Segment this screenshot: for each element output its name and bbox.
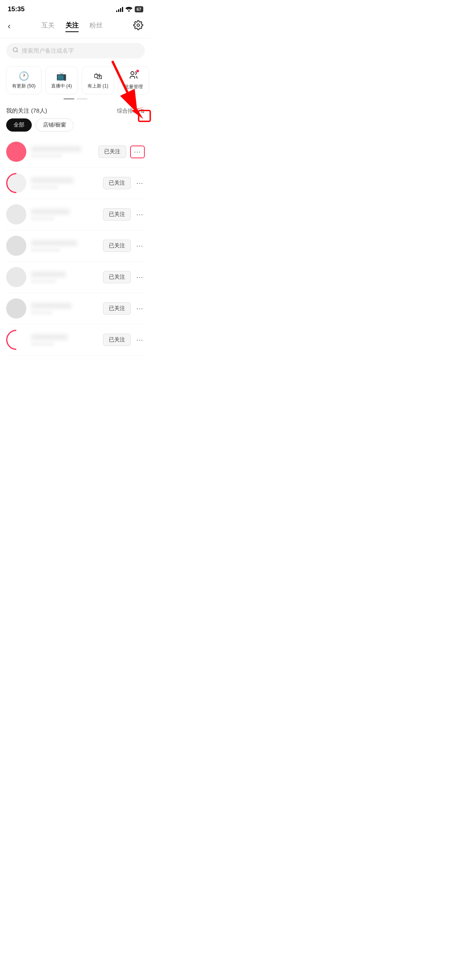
follow-list: 已关注 ··· 已关注 ··· [0,136,151,356]
sort-label: 综合排序 [117,108,139,115]
clock-icon: 🕐 [19,71,29,81]
search-bar[interactable]: 搜索用户备注或名字 [6,43,145,58]
svg-point-1 [137,24,140,27]
follow-actions: 已关注 ··· [98,146,145,158]
scroll-dot-active [63,98,74,99]
filter-pills: 🕐 有更新 (50) 📺 直播中 (4) 🛍 有上新 (1) 批量管理 [0,63,151,96]
filter-has-updates-label: 有更新 (50) [12,83,36,89]
follow-actions: 已关注 ··· [103,240,145,252]
follow-item: 已关注 ··· [6,199,145,230]
avatar [6,142,26,162]
follow-info [31,271,98,283]
search-icon [12,47,19,55]
status-bar: 15:35 67 [0,0,151,16]
follow-desc [31,154,62,158]
filter-batch-label: 批量管理 [124,84,143,90]
status-icons: 67 [116,6,143,13]
svg-line-3 [17,51,18,52]
follow-status-button[interactable]: 已关注 [103,208,131,221]
back-button[interactable]: ‹ [8,21,10,31]
follow-info [31,303,98,315]
follow-info [31,334,98,346]
follow-status-button[interactable]: 已关注 [98,146,126,158]
follow-actions: 已关注 ··· [103,177,145,189]
follow-info [31,177,98,189]
sort-icon: ⇅ [140,108,145,114]
status-time: 15:35 [8,5,24,13]
signal-icon [116,7,123,12]
more-options-button[interactable]: ··· [135,303,145,314]
bag-icon: 🛍 [94,71,102,81]
follow-info [31,146,94,158]
svg-point-2 [13,48,17,52]
avatar [6,267,26,287]
filter-live-label: 直播中 (4) [51,83,72,89]
follow-info [31,209,98,221]
battery-icon: 67 [135,6,143,12]
follow-item: 已关注 ··· [6,230,145,262]
tab-fans[interactable]: 粉丝 [89,21,103,32]
follows-title: 我的关注 (78人) [6,107,47,115]
sort-button[interactable]: 综合排序 ⇅ [117,108,145,115]
follow-name [31,146,81,152]
avatar [6,173,26,193]
more-options-button[interactable]: ··· [130,146,145,158]
nav-tabs: 互关 关注 粉丝 [41,21,103,32]
tv-icon: 📺 [56,71,67,81]
search-placeholder: 搜索用户备注或名字 [22,47,74,55]
follow-actions: 已关注 ··· [103,302,145,315]
follow-item: 已关注 ··· [6,136,145,168]
follow-actions: 已关注 ··· [103,271,145,283]
follow-status-button[interactable]: 已关注 [103,302,131,315]
filter-buttons: 全部 店铺/橱窗 [0,118,151,136]
more-options-button[interactable]: ··· [135,209,145,220]
more-options-button[interactable]: ··· [135,334,145,346]
filter-new-upload[interactable]: 🛍 有上新 (1) [82,66,114,94]
more-options-button[interactable]: ··· [135,240,145,252]
more-options-button[interactable]: ··· [135,178,145,189]
filter-shop-button[interactable]: 店铺/橱窗 [36,118,74,132]
follow-status-button[interactable]: 已关注 [103,334,131,346]
filter-all-button[interactable]: 全部 [6,118,32,132]
follow-actions: 已关注 ··· [103,334,145,346]
follow-item: 已关注 ··· [6,324,145,356]
follow-item: 已关注 ··· [6,262,145,293]
users-icon [129,70,138,82]
follow-info [31,240,98,252]
avatar [6,298,26,319]
settings-icon[interactable] [133,20,143,33]
filter-new-upload-label: 有上新 (1) [88,83,108,89]
avatar [6,236,26,256]
tab-following[interactable]: 关注 [65,21,79,32]
filter-batch-manage[interactable]: 批量管理 [118,66,149,94]
svg-point-0 [128,10,130,12]
tab-mutual[interactable]: 互关 [41,21,55,32]
follow-status-button[interactable]: 已关注 [103,240,131,252]
follow-status-button[interactable]: 已关注 [103,177,131,189]
scroll-indicator [0,96,151,102]
filter-live[interactable]: 📺 直播中 (4) [45,66,78,94]
wifi-icon [125,6,132,13]
follow-item: 已关注 ··· [6,168,145,199]
follows-header: 我的关注 (78人) 综合排序 ⇅ [0,102,151,118]
follow-status-button[interactable]: 已关注 [103,271,131,283]
scroll-dot [77,98,88,99]
more-options-button[interactable]: ··· [135,272,145,283]
follow-actions: 已关注 ··· [103,208,145,221]
follow-item: 已关注 ··· [6,293,145,324]
svg-point-4 [131,72,134,75]
nav-bar: ‹ 互关 关注 粉丝 [0,16,151,38]
avatar [6,204,26,224]
avatar [6,330,26,350]
filter-has-updates[interactable]: 🕐 有更新 (50) [6,66,41,94]
